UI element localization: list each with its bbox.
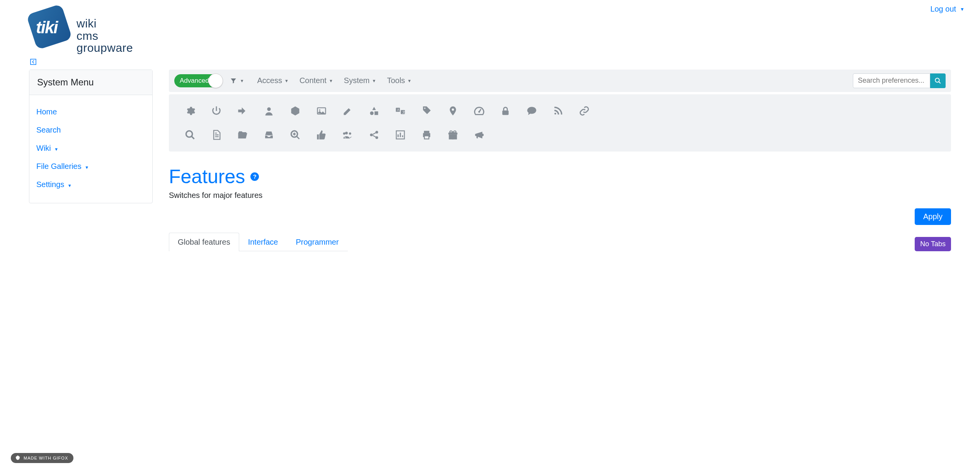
package-icon[interactable] bbox=[289, 105, 301, 117]
svg-point-12 bbox=[452, 108, 454, 111]
search-button[interactable] bbox=[930, 73, 946, 88]
link-icon[interactable] bbox=[578, 105, 590, 117]
filter-dropdown[interactable]: ▼ bbox=[228, 77, 247, 84]
svg-point-20 bbox=[343, 132, 345, 135]
svg-point-21 bbox=[370, 133, 373, 136]
advanced-toggle[interactable]: Advanced bbox=[174, 74, 222, 87]
page-subtitle: Switches for major features bbox=[169, 191, 951, 200]
svg-point-11 bbox=[424, 107, 426, 109]
caret-down-icon: ▼ bbox=[68, 183, 72, 188]
caret-down-icon: ▼ bbox=[240, 78, 244, 83]
sidebar-item-file-galleries[interactable]: File Galleries ▼ bbox=[36, 157, 145, 175]
logo-subtitle: wiki cms groupware bbox=[77, 17, 133, 54]
bar-chart-icon[interactable] bbox=[395, 129, 406, 141]
logout-link[interactable]: Log out ▼ bbox=[930, 0, 968, 14]
map-pin-icon[interactable] bbox=[447, 105, 459, 117]
sidebar-item-settings[interactable]: Settings ▼ bbox=[36, 175, 145, 194]
help-icon[interactable]: ? bbox=[250, 172, 259, 181]
caret-down-icon: ▼ bbox=[329, 78, 333, 83]
no-tabs-button[interactable]: No Tabs bbox=[915, 237, 951, 251]
svg-point-5 bbox=[370, 111, 374, 115]
share-icon[interactable] bbox=[368, 129, 380, 141]
lock-icon[interactable] bbox=[500, 105, 511, 117]
caret-down-icon: ▼ bbox=[372, 78, 376, 83]
svg-rect-6 bbox=[374, 111, 378, 115]
sidebar-item-search[interactable]: Search bbox=[36, 121, 145, 139]
search-icon bbox=[934, 77, 941, 84]
logo[interactable]: tiki wiki cms groupware bbox=[29, 0, 133, 54]
svg-rect-0 bbox=[31, 59, 36, 65]
nav-system[interactable]: System▼ bbox=[344, 76, 376, 85]
svg-point-4 bbox=[319, 109, 321, 111]
tag-icon[interactable] bbox=[421, 105, 432, 117]
nav-access[interactable]: Access▼ bbox=[257, 76, 289, 85]
translate-icon[interactable]: A文 bbox=[395, 105, 406, 117]
inbox-icon[interactable] bbox=[263, 129, 275, 141]
tab-programmer[interactable]: Programmer bbox=[287, 233, 347, 251]
svg-point-16 bbox=[186, 131, 192, 137]
search-icon[interactable] bbox=[184, 129, 196, 141]
shapes-icon[interactable] bbox=[368, 105, 380, 117]
filter-icon bbox=[230, 77, 237, 84]
caret-down-icon: ▼ bbox=[54, 147, 58, 152]
caret-down-icon: ▼ bbox=[407, 78, 412, 83]
admin-toolbar: Advanced ▼ Access▼Content▼System▼Tools▼ bbox=[169, 70, 951, 92]
svg-point-13 bbox=[478, 111, 480, 113]
megaphone-icon[interactable] bbox=[473, 129, 485, 141]
zoom-in-icon[interactable] bbox=[289, 129, 301, 141]
svg-point-19 bbox=[349, 132, 351, 135]
svg-text:文: 文 bbox=[402, 110, 405, 114]
print-icon[interactable] bbox=[421, 129, 432, 141]
gear-icon[interactable] bbox=[184, 105, 196, 117]
svg-rect-25 bbox=[424, 131, 429, 133]
collapse-sidebar-icon[interactable] bbox=[30, 59, 980, 66]
sidebar-title: System Menu bbox=[29, 70, 152, 95]
dashboard-icon[interactable] bbox=[473, 105, 485, 117]
comment-icon[interactable] bbox=[526, 105, 538, 117]
power-icon[interactable] bbox=[211, 105, 222, 117]
svg-rect-27 bbox=[424, 136, 429, 139]
search-preferences-input[interactable] bbox=[853, 73, 930, 88]
image-icon[interactable] bbox=[316, 105, 327, 117]
document-icon[interactable] bbox=[211, 129, 222, 141]
signin-icon[interactable] bbox=[237, 105, 248, 117]
page-title: Features bbox=[169, 165, 245, 188]
user-icon[interactable] bbox=[263, 105, 275, 117]
admin-icon-panel: A文 bbox=[169, 94, 951, 152]
users-icon[interactable] bbox=[342, 129, 354, 141]
sidebar-item-home[interactable]: Home bbox=[36, 103, 145, 121]
nav-tools[interactable]: Tools▼ bbox=[387, 76, 412, 85]
svg-point-1 bbox=[935, 78, 939, 82]
svg-rect-14 bbox=[502, 110, 509, 115]
system-menu-sidebar: System Menu HomeSearchWiki ▼File Galleri… bbox=[29, 70, 153, 203]
caret-down-icon: ▼ bbox=[284, 78, 289, 83]
thumbs-up-icon[interactable] bbox=[316, 129, 327, 141]
svg-text:A: A bbox=[397, 108, 400, 112]
caret-down-icon: ▼ bbox=[85, 165, 89, 170]
gift-icon[interactable] bbox=[447, 129, 459, 141]
tab-interface[interactable]: Interface bbox=[239, 233, 287, 251]
folder-open-icon[interactable] bbox=[237, 129, 248, 141]
rss-icon[interactable] bbox=[552, 105, 564, 117]
sidebar-item-wiki[interactable]: Wiki ▼ bbox=[36, 139, 145, 157]
tab-global-features[interactable]: Global features bbox=[169, 233, 239, 251]
svg-point-2 bbox=[267, 107, 271, 111]
svg-point-15 bbox=[555, 112, 556, 114]
nav-content[interactable]: Content▼ bbox=[299, 76, 333, 85]
apply-button[interactable]: Apply bbox=[915, 208, 951, 225]
edit-icon[interactable] bbox=[342, 105, 354, 117]
svg-point-18 bbox=[345, 131, 348, 134]
caret-down-icon: ▼ bbox=[960, 7, 965, 12]
